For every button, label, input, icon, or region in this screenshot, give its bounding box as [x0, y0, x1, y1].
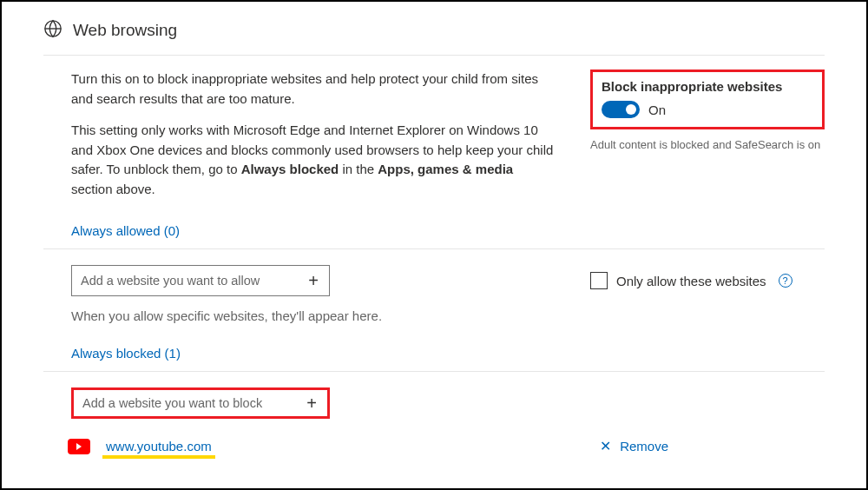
- allowed-empty-hint: When you allow specific websites, they'l…: [71, 308, 825, 323]
- only-allow-checkbox-group[interactable]: Only allow these websites ?: [590, 272, 792, 289]
- block-website-input[interactable]: [74, 390, 296, 416]
- divider: [43, 371, 825, 372]
- blocked-site-link[interactable]: www.youtube.com: [106, 439, 212, 454]
- divider: [43, 55, 825, 56]
- plus-icon: +: [306, 394, 317, 414]
- section-header: Web browsing: [43, 19, 825, 51]
- block-toggle-note: Adult content is blocked and SafeSearch …: [590, 138, 825, 151]
- globe-icon: [43, 19, 62, 41]
- only-allow-checkbox[interactable]: [590, 272, 608, 289]
- section-title: Web browsing: [73, 21, 177, 40]
- blocked-site-row: www.youtube.com ✕ Remove: [68, 438, 825, 454]
- always-blocked-heading[interactable]: Always blocked (1): [71, 346, 181, 361]
- description-paragraph-2: This setting only works with Microsoft E…: [71, 121, 556, 199]
- block-website-input-group: +: [71, 387, 330, 419]
- block-toggle[interactable]: [602, 101, 640, 118]
- always-allowed-heading[interactable]: Always allowed (0): [71, 223, 180, 238]
- help-icon[interactable]: ?: [779, 274, 792, 288]
- block-toggle-label: Block inappropriate websites: [602, 79, 813, 94]
- youtube-icon: [68, 439, 90, 454]
- add-block-button[interactable]: +: [296, 387, 327, 419]
- close-icon: ✕: [600, 438, 611, 454]
- add-allow-button[interactable]: +: [298, 265, 329, 296]
- plus-icon: +: [308, 271, 319, 291]
- remove-blocked-button[interactable]: ✕ Remove: [600, 438, 668, 454]
- allow-website-input[interactable]: [72, 266, 298, 295]
- remove-label: Remove: [620, 439, 668, 454]
- allow-website-input-group: +: [71, 265, 330, 296]
- description-paragraph-1: Turn this on to block inappropriate webs…: [71, 70, 556, 109]
- block-toggle-state: On: [648, 103, 666, 117]
- divider: [43, 248, 825, 249]
- only-allow-label: Only allow these websites: [616, 274, 766, 288]
- block-toggle-group: Block inappropriate websites On: [590, 70, 825, 129]
